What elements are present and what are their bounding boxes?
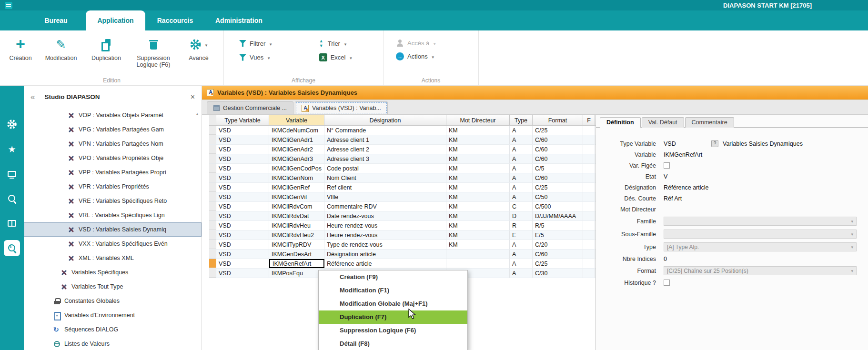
row-selector[interactable] [209, 183, 216, 192]
modification-button[interactable]: Modification [39, 35, 83, 75]
menu-tab[interactable]: Administration [205, 10, 273, 30]
tree-item[interactable]: VPN : Variables Partagées Nom [24, 137, 202, 151]
table-row[interactable]: VSD IKMCliRdvCom Commentaire RDV KM C C/… [209, 202, 595, 211]
historique-checkbox[interactable] [664, 280, 670, 286]
search-plus-icon[interactable] [4, 240, 20, 256]
tree-item[interactable]: VPP : Variables Partagées Propri [24, 165, 202, 180]
var-figee-checkbox[interactable] [664, 162, 670, 169]
tree-item[interactable]: Séquences DIALOG [24, 322, 202, 337]
row-selector[interactable] [209, 192, 216, 201]
row-selector[interactable] [209, 240, 216, 249]
table-row[interactable]: VSD IKMCliGenCodPos Code postal KM A C/5 [209, 164, 595, 173]
context-menu-item[interactable]: Modification (F1) [319, 284, 467, 297]
gear-icon[interactable] [4, 116, 20, 132]
col-header-mot-directeur[interactable]: Mot Directeur [446, 115, 510, 125]
tree-item[interactable]: Listes de Valeurs [24, 337, 202, 350]
table-row[interactable]: VSD IKMCliGenAdr1 Adresse client 1 KM A … [209, 135, 595, 145]
row-selector[interactable] [209, 230, 216, 240]
header-selector[interactable] [209, 115, 216, 125]
arrow-circle-icon [396, 52, 404, 60]
cell-variable: IKMPosEqu [269, 269, 324, 278]
col-header-designation[interactable]: Désignation [324, 115, 446, 125]
tree-item[interactable]: VOP : Variables Objets Paramét [24, 108, 202, 122]
col-header-extra[interactable]: F [583, 115, 595, 125]
close-icon[interactable]: × [191, 93, 195, 101]
col-header-type-variable[interactable]: Type Variable [216, 115, 269, 125]
row-selector[interactable] [209, 269, 216, 278]
suppression-logique-button[interactable]: Suppression Logique (F6) [130, 35, 177, 75]
table-row[interactable]: VSD IKMCliTypRDV Type de rendez-vous KM … [209, 240, 595, 250]
vues-button[interactable]: Vues [239, 53, 303, 61]
columns-icon[interactable] [4, 215, 20, 231]
search-icon[interactable] [4, 190, 20, 207]
row-selector[interactable] [209, 202, 216, 211]
panel-tab[interactable]: Commentaire [685, 117, 734, 128]
row-selector[interactable] [209, 221, 216, 230]
table-row[interactable]: VSD IKMCliRdvHeu2 Heure rendez-vous KM E… [209, 230, 595, 240]
col-header-type[interactable]: Type [510, 115, 533, 125]
row-selector[interactable] [209, 154, 216, 163]
table-row[interactable]: VSD IKMGenRefArt Référence article A C/2… [209, 259, 595, 269]
row-selector[interactable] [209, 250, 216, 259]
tree-item[interactable]: Variables Tout Type [24, 280, 202, 294]
actions-button[interactable]: Actions [396, 52, 478, 60]
cell-format: C/60 [533, 250, 583, 259]
filtrer-button[interactable]: Filtrer [239, 39, 303, 48]
monitor-icon[interactable] [4, 166, 20, 182]
tree-item[interactable]: VRL : Variables Spécifiques Lign [24, 208, 202, 222]
context-menu-item[interactable]: Modification Globale (Maj+F1) [319, 297, 467, 310]
row-selector[interactable] [209, 164, 216, 173]
context-menu-item[interactable]: Duplication (F7) [319, 310, 467, 324]
row-selector[interactable] [209, 135, 216, 144]
row-selector[interactable] [209, 173, 216, 182]
duplication-button[interactable]: Duplication [86, 35, 127, 75]
tree-item[interactable]: Variables d'Environnement [24, 308, 202, 322]
trier-button[interactable]: Trier [319, 39, 383, 48]
creation-button[interactable]: Création [5, 35, 36, 75]
star-icon[interactable] [4, 141, 20, 157]
tab-gestion-commerciale[interactable]: Gestion Commerciale ... [207, 101, 293, 114]
menu-tab[interactable]: Raccourcis [145, 10, 205, 30]
avance-button[interactable]: Avancé [180, 35, 217, 75]
tree-item[interactable]: VPG : Variables Partagées Gam [24, 122, 202, 137]
table-row[interactable]: VSD IKMCliGenAdr2 Adresse client 2 KM A … [209, 145, 595, 154]
table-row[interactable]: VSD IKMGenDesArt Désignation article A C… [209, 250, 595, 259]
tree-item[interactable]: VRE : Variables Spécifiques Reto [24, 194, 202, 208]
row-selector[interactable] [209, 259, 216, 268]
table-row[interactable]: VSD IKMCliGenAdr3 Adresse client 3 KM A … [209, 154, 595, 164]
refresh-icon [53, 326, 61, 333]
table-row[interactable]: VSD IKMCliGenNom Nom Client KM A C/60 [209, 173, 595, 183]
collapse-icon[interactable]: « [30, 92, 35, 102]
chevron-down-icon [349, 54, 353, 61]
help-button[interactable]: ? [711, 140, 718, 147]
context-menu-item[interactable]: Suppression Logique (F6) [319, 324, 467, 337]
menu-tab[interactable]: Bureau [26, 10, 86, 30]
row-selector[interactable] [209, 126, 216, 135]
menu-tab[interactable]: Application [86, 10, 145, 30]
panel-tab[interactable]: Val. Défaut [642, 117, 684, 128]
table-row[interactable]: VSD IKMCliRdvHeu Heure rendez-vous KM R … [209, 221, 595, 230]
tree-item[interactable]: XML : Variables XML [24, 251, 202, 265]
context-menu-item[interactable]: Détail (F8) [319, 337, 467, 350]
tree-item[interactable]: VPO : Variables Propriétés Obje [24, 151, 202, 165]
tree-item[interactable]: VPR : Variables Propriétés [24, 180, 202, 194]
table-row[interactable]: VSD IKMCliGenRef Ref client KM A C/25 [209, 183, 595, 192]
tree-item[interactable]: VXX : Variables Spécifiques Evén [24, 237, 202, 251]
tree-item[interactable]: VSD : Variables Saisies Dynamiq [24, 222, 202, 237]
row-selector[interactable] [209, 211, 216, 220]
tree-item[interactable]: Constantes Globales [24, 294, 202, 308]
tab-variables-vsd[interactable]: Variables (VSD) : Variab... [295, 101, 388, 114]
table-row[interactable]: VSD IKMCliRdvDat Date rendez-vous KM D D… [209, 211, 595, 221]
tools-icon [68, 255, 75, 262]
col-header-format[interactable]: Format [533, 115, 583, 125]
tree-item[interactable]: Variables Spécifiques [24, 265, 202, 280]
excel-button[interactable]: Excel [319, 53, 383, 61]
table-row[interactable]: VSD IKMCdeNumCom N° Commande KM A C/25 [209, 126, 595, 135]
row-selector[interactable] [209, 145, 216, 154]
col-header-variable[interactable]: Variable [269, 115, 324, 125]
table-row[interactable]: VSD IKMCliGenVil VIlle KM A C/50 [209, 192, 595, 202]
scroll-up-icon[interactable] [195, 112, 199, 116]
panel-tab[interactable]: Définition [600, 117, 641, 128]
context-menu-item[interactable]: Création (F9) [319, 270, 467, 284]
cell-type: A [510, 183, 533, 192]
